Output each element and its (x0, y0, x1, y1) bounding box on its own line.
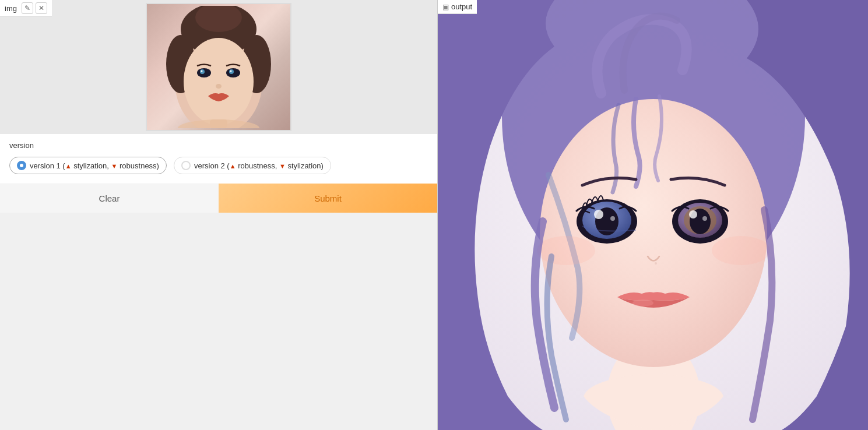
svg-point-30 (655, 262, 657, 265)
uploaded-image (146, 3, 291, 131)
version1-radio-inner (20, 164, 23, 167)
version1-label: version 1 (▲ stylization, ▼ robustness) (30, 161, 159, 170)
img-tab-label: img (5, 4, 17, 13)
output-image-area (438, 0, 868, 430)
version-label: version (0, 134, 437, 154)
output-tab: ▣ output (438, 0, 477, 14)
svg-point-32 (537, 236, 595, 265)
img-tab: img ✎ ✕ (0, 0, 52, 17)
svg-point-10 (201, 71, 203, 72)
controls-area: version version 1 (▲ stylization, ▼ robu… (0, 134, 437, 184)
svg-point-5 (184, 38, 254, 125)
edit-icon-button[interactable]: ✎ (22, 2, 33, 14)
svg-point-31 (632, 299, 653, 306)
svg-point-23 (610, 216, 615, 221)
up-triangle-v2: ▲ (230, 163, 236, 170)
output-icon: ▣ (442, 3, 449, 11)
version2-label: version 2 (▲ robustness, ▼ stylization) (194, 161, 324, 170)
close-icon: ✕ (38, 4, 44, 12)
output-tab-label: output (451, 2, 472, 11)
down-triangle-v1: ▼ (111, 163, 118, 170)
down-triangle-v2: ▼ (279, 163, 286, 170)
clear-button[interactable]: Clear (0, 184, 219, 213)
version2-option[interactable]: version 2 (▲ robustness, ▼ stylization) (174, 157, 331, 174)
edit-icon: ✎ (24, 4, 30, 12)
image-display-area (0, 0, 437, 134)
submit-button[interactable]: Submit (219, 184, 437, 213)
left-panel: img ✎ ✕ (0, 0, 437, 430)
version1-radio-circle (17, 161, 26, 170)
svg-point-11 (230, 71, 232, 72)
svg-point-12 (216, 84, 222, 89)
svg-point-22 (594, 210, 603, 219)
svg-point-28 (689, 210, 697, 218)
anime-output-svg (438, 0, 868, 430)
up-triangle-v1: ▲ (65, 163, 72, 170)
version2-radio-circle (181, 161, 191, 170)
right-panel: ▣ output (438, 0, 868, 430)
img-tab-icons: ✎ ✕ (22, 2, 47, 14)
close-icon-button[interactable]: ✕ (36, 2, 47, 14)
svg-point-29 (702, 216, 707, 221)
face-photo-svg (160, 6, 277, 128)
svg-point-33 (712, 236, 770, 265)
radio-group: version 1 (▲ stylization, ▼ robustness) … (0, 154, 437, 184)
button-row: Clear Submit (0, 184, 437, 213)
version1-option[interactable]: version 1 (▲ stylization, ▼ robustness) (9, 157, 167, 174)
anime-face-container (438, 0, 868, 430)
